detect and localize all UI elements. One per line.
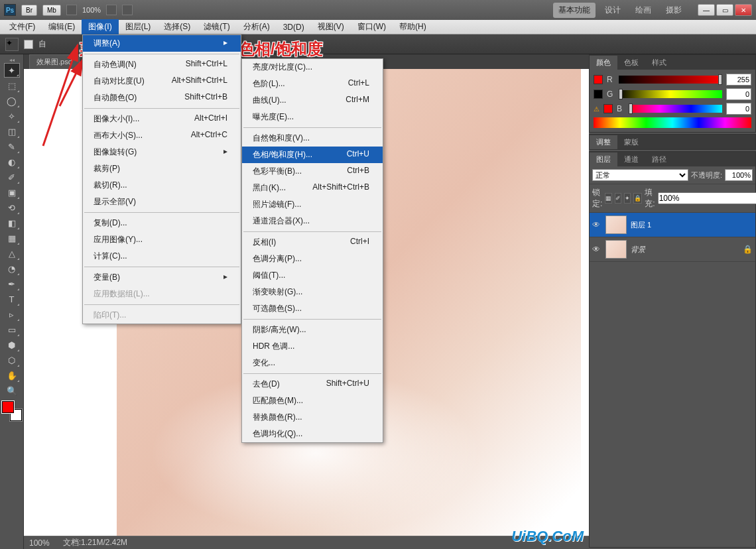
status-zoom[interactable]: 100%: [29, 538, 50, 548]
r-slider[interactable]: [619, 76, 722, 84]
menu-photo-filter[interactable]: 照片滤镜(F)...: [242, 196, 383, 213]
menu-select[interactable]: 选择(S): [157, 19, 197, 34]
zoom-tool[interactable]: 🔍: [4, 383, 20, 398]
menu-window[interactable]: 窗口(W): [351, 19, 393, 34]
history-brush-tool[interactable]: ⟲: [4, 200, 20, 215]
menu-match-color[interactable]: 匹配颜色(M)...: [242, 393, 383, 409]
menu-adjust[interactable]: 调整(A)▸: [83, 35, 241, 52]
stamp-tool[interactable]: ▣: [4, 185, 20, 200]
menu-image-size[interactable]: 图像大小(I)...Alt+Ctrl+I: [83, 111, 241, 127]
crop-tool[interactable]: ◫: [4, 124, 20, 139]
menu-levels[interactable]: 色阶(L)...Ctrl+L: [242, 76, 383, 92]
g-input[interactable]: [726, 88, 751, 100]
workspace-paint[interactable]: 绘画: [630, 3, 657, 18]
layer-row-bg[interactable]: 👁 背景 🔒: [590, 237, 755, 262]
menu-black-white[interactable]: 黑白(K)...Alt+Shift+Ctrl+B: [242, 180, 383, 196]
b-slider[interactable]: [629, 105, 722, 113]
menu-auto-color[interactable]: 自动颜色(O)Shift+Ctrl+B: [83, 90, 241, 106]
menu-hue-saturation[interactable]: 色相/饱和度(H)...Ctrl+U: [242, 147, 383, 163]
tab-adjust[interactable]: 调整: [590, 135, 617, 149]
auto-select-checkbox[interactable]: [24, 40, 33, 49]
menu-apply-image[interactable]: 应用图像(Y)...: [83, 231, 241, 248]
menu-3d[interactable]: 3D(D): [277, 21, 311, 34]
dodge-tool[interactable]: ◔: [4, 261, 20, 276]
g-slider[interactable]: [619, 90, 722, 98]
lasso-tool[interactable]: ◯: [4, 93, 20, 108]
path-tool[interactable]: ▹: [4, 307, 20, 322]
menu-channel-mixer[interactable]: 通道混合器(X)...: [242, 213, 383, 229]
menu-rotate[interactable]: 图像旋转(G)▸: [83, 144, 241, 160]
menu-trim[interactable]: 裁切(R)...: [83, 177, 241, 194]
menu-crop[interactable]: 裁剪(P): [83, 160, 241, 177]
menu-file[interactable]: 文件(F): [3, 19, 42, 34]
opacity-input[interactable]: [725, 169, 753, 181]
bridge-button[interactable]: Br: [21, 5, 37, 16]
3d-tool[interactable]: ⬢: [4, 337, 20, 352]
layer-row-1[interactable]: 👁 图层 1: [590, 213, 755, 237]
lock-all-icon[interactable]: 🔒: [633, 193, 642, 204]
lock-trans-icon[interactable]: ▦: [605, 193, 612, 204]
menu-vibrance[interactable]: 自然饱和度(V)...: [242, 130, 383, 147]
b-input[interactable]: [726, 103, 751, 115]
menu-gradient-map[interactable]: 渐变映射(G)...: [242, 284, 383, 300]
wand-tool[interactable]: ✧: [4, 109, 20, 123]
menu-edit[interactable]: 编辑(E): [42, 19, 82, 34]
menu-hdr-toning[interactable]: HDR 色调...: [242, 338, 383, 355]
max-button[interactable]: ▭: [716, 4, 733, 16]
menu-auto-tone[interactable]: 自动色调(N)Shift+Ctrl+L: [83, 56, 241, 73]
type-tool[interactable]: T: [4, 292, 20, 306]
lock-pos-icon[interactable]: ✦: [624, 193, 631, 204]
color-swatch3[interactable]: [603, 104, 613, 113]
lock-paint-icon[interactable]: ✐: [615, 193, 621, 204]
layer-thumb[interactable]: [605, 240, 627, 259]
menu-replace-color[interactable]: 替换颜色(R)...: [242, 409, 383, 426]
menu-analysis[interactable]: 分析(A): [237, 19, 277, 34]
menu-selective-color[interactable]: 可选颜色(S)...: [242, 300, 383, 317]
layer-name[interactable]: 背景: [631, 245, 645, 255]
color-swatch[interactable]: [594, 75, 603, 84]
menu-canvas-size[interactable]: 画布大小(S)...Alt+Ctrl+C: [83, 127, 241, 144]
tab-styles[interactable]: 样式: [645, 56, 673, 70]
arrange-dropdown[interactable]: [106, 5, 117, 15]
tab-masks[interactable]: 蒙版: [617, 135, 645, 149]
menu-brightness[interactable]: 亮度/对比度(C)...: [242, 59, 383, 76]
tab-layers[interactable]: 图层: [590, 152, 617, 166]
menu-variations[interactable]: 变化...: [242, 355, 383, 371]
tab-color[interactable]: 颜色: [590, 56, 617, 70]
menu-desaturate[interactable]: 去色(D)Shift+Ctrl+U: [242, 376, 383, 393]
blend-mode-select[interactable]: 正常: [592, 169, 688, 181]
menu-shadow-highlight[interactable]: 阴影/高光(W)...: [242, 322, 383, 338]
min-button[interactable]: —: [698, 4, 715, 16]
pen-tool[interactable]: ✒: [4, 276, 20, 291]
move-tool[interactable]: ✦: [4, 63, 20, 78]
menu-help[interactable]: 帮助(H): [393, 19, 433, 34]
visibility-icon[interactable]: 👁: [592, 220, 601, 229]
tool-preset-icon[interactable]: ✦: [5, 38, 19, 51]
layer-thumb[interactable]: [605, 215, 627, 234]
color-swatch2[interactable]: [594, 90, 603, 99]
zoom-level[interactable]: 100%: [82, 6, 101, 14]
menu-view[interactable]: 视图(V): [311, 19, 351, 34]
eyedropper-tool[interactable]: ✎: [4, 139, 20, 154]
tab-paths[interactable]: 路径: [645, 152, 673, 166]
foreground-color[interactable]: [2, 401, 14, 413]
hand-tool[interactable]: ✋: [4, 368, 20, 383]
tab-channels[interactable]: 通道: [617, 152, 645, 166]
eraser-tool[interactable]: ◧: [4, 215, 20, 230]
toolbox-grip[interactable]: ◂◂: [2, 57, 22, 62]
spectrum[interactable]: [594, 117, 751, 128]
fill-input[interactable]: [658, 192, 756, 204]
r-input[interactable]: [726, 74, 751, 86]
menu-reveal-all[interactable]: 显示全部(V): [83, 194, 241, 210]
menu-auto-contrast[interactable]: 自动对比度(U)Alt+Shift+Ctrl+L: [83, 73, 241, 90]
document-tab[interactable]: 效果图.psd: [29, 54, 80, 69]
fg-bg-colors[interactable]: [2, 401, 22, 421]
workspace-photo[interactable]: 摄影: [661, 3, 687, 18]
menu-calculations[interactable]: 计算(C)...: [83, 248, 241, 265]
menu-exposure[interactable]: 曝光度(E)...: [242, 109, 383, 125]
heal-tool[interactable]: ◐: [4, 154, 20, 169]
marquee-tool[interactable]: ⬚: [4, 78, 20, 93]
brush-tool[interactable]: ✐: [4, 170, 20, 184]
menu-variables[interactable]: 变量(B)▸: [83, 269, 241, 286]
tab-swatches[interactable]: 色板: [617, 56, 645, 70]
